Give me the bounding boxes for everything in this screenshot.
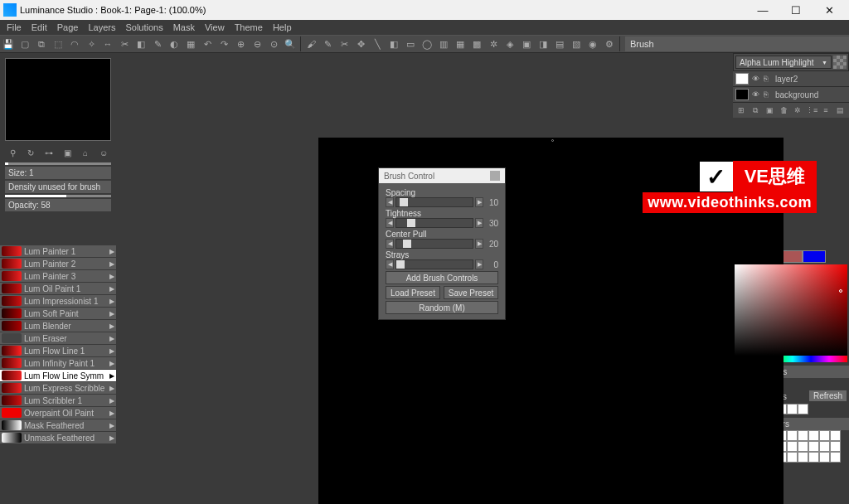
picker-icon[interactable]: ✎ — [320, 36, 335, 51]
close-button[interactable]: ✕ — [813, 0, 846, 20]
brush-preset-item[interactable]: Lum Blender▶ — [0, 320, 116, 332]
slider-track[interactable] — [395, 218, 473, 228]
merge-layer-icon[interactable]: ▣ — [764, 105, 774, 115]
image-color-swatch[interactable] — [798, 404, 808, 414]
fx-icon[interactable]: ◈ — [502, 36, 517, 51]
hue-segment[interactable] — [829, 356, 847, 362]
zoom-out-icon[interactable]: ⊖ — [250, 36, 264, 51]
brush-preset-item[interactable]: Lum Eraser▶ — [0, 332, 116, 345]
layer-opt3-icon[interactable]: ▤ — [835, 105, 845, 115]
custom-color-swatch[interactable] — [830, 441, 841, 452]
shape1-icon[interactable]: ▥ — [436, 36, 451, 51]
custom-color-swatch[interactable] — [819, 430, 830, 441]
home-icon[interactable]: ⌂ — [79, 146, 92, 159]
random-button[interactable]: Random (M) — [386, 301, 498, 314]
slider-increment-icon[interactable]: ▶ — [475, 218, 483, 228]
load-preset-button[interactable]: Load Preset — [386, 286, 440, 299]
layer-row[interactable]: 👁⎘background — [733, 87, 849, 103]
menu-mask[interactable]: Mask — [168, 21, 200, 34]
wand-icon[interactable]: ✧ — [84, 36, 99, 51]
grad-icon[interactable]: ◨ — [536, 36, 551, 51]
link-icon[interactable]: ⊶ — [42, 146, 56, 159]
zoom-fit-icon[interactable]: ⊙ — [266, 36, 281, 51]
menu-view[interactable]: View — [200, 21, 230, 34]
smudge-icon[interactable]: ◉ — [585, 36, 600, 51]
custom-color-swatch[interactable] — [798, 452, 808, 463]
fill-icon[interactable]: ◧ — [133, 36, 148, 51]
picker-handle-icon[interactable] — [839, 289, 842, 293]
eraser-icon[interactable]: ◧ — [386, 36, 401, 51]
mask-icon[interactable]: ▣ — [61, 146, 74, 159]
custom-color-swatch[interactable] — [798, 441, 808, 452]
color-gradient-picker[interactable] — [735, 264, 847, 356]
brush-preset-item[interactable]: Lum Soft Paint▶ — [0, 308, 116, 320]
save-preset-button[interactable]: Save Preset — [444, 286, 498, 299]
zoom-in-icon[interactable]: ⊕ — [233, 36, 248, 51]
slider-track[interactable] — [395, 197, 473, 207]
move-icon[interactable]: ↔ — [100, 36, 115, 51]
zoom-tool-icon[interactable]: ⚲ — [6, 146, 19, 159]
refresh-icon[interactable]: ↻ — [24, 146, 37, 159]
text-icon[interactable]: ▤ — [552, 36, 567, 51]
menu-theme[interactable]: Theme — [230, 21, 268, 34]
layer-row[interactable]: 👁⎘layer2 — [733, 71, 849, 87]
brush-control-title[interactable]: Brush Control — [379, 168, 505, 183]
layer-fx-icon[interactable]: ✲ — [793, 105, 803, 115]
menu-page[interactable]: Page — [52, 21, 84, 34]
menu-help[interactable]: Help — [268, 21, 297, 34]
eyedrop-icon[interactable]: ✎ — [150, 36, 165, 51]
slider-thumb[interactable] — [400, 198, 408, 206]
line-icon[interactable]: ╲ — [370, 36, 385, 51]
brush-preset-item[interactable]: Lum Painter 3▶ — [0, 270, 116, 283]
color-swatch[interactable] — [803, 250, 826, 263]
lasso-icon[interactable]: ◠ — [67, 36, 82, 51]
paint-icon[interactable]: ◐ — [167, 36, 182, 51]
magnify-icon[interactable]: 🔍 — [283, 36, 298, 51]
hue-segment[interactable] — [793, 356, 811, 362]
brush-preset-item[interactable]: Lum Express Scribble▶ — [0, 382, 116, 395]
panel-close-icon[interactable] — [490, 171, 500, 181]
shape2-icon[interactable]: ▦ — [453, 36, 468, 51]
dup-layer-icon[interactable]: ⧉ — [750, 105, 760, 115]
add-brush-controls-button[interactable]: Add Brush Controls — [386, 271, 498, 284]
custom-color-swatch[interactable] — [787, 452, 798, 463]
cut-icon[interactable]: ✂ — [117, 36, 132, 51]
gear-icon[interactable]: ✲ — [486, 36, 501, 51]
rotation-handle-icon[interactable] — [551, 139, 554, 142]
blend-mode-dropdown[interactable]: Alpha Lum Highlight ▼ — [735, 56, 832, 69]
new-page-icon[interactable]: ▢ — [17, 36, 32, 51]
canvas[interactable]: ✓ VE思维 www.videothinks.com Brush Control… — [318, 138, 784, 504]
ellipse-icon[interactable]: ◯ — [420, 36, 434, 51]
brush-preset-item[interactable]: Lum Painter 1▶ — [0, 245, 116, 258]
opacity-slider[interactable] — [5, 195, 111, 197]
slider-decrement-icon[interactable]: ◀ — [386, 239, 394, 249]
custom-color-swatch[interactable] — [787, 430, 798, 441]
brush-preset-item[interactable]: Mask Feathered▶ — [0, 419, 116, 432]
refresh-button[interactable]: Refresh — [808, 390, 847, 402]
eye-icon[interactable]: 👁 — [752, 90, 760, 99]
custom-color-swatch[interactable] — [787, 441, 798, 452]
slider-decrement-icon[interactable]: ◀ — [386, 218, 394, 228]
eye-icon[interactable]: 👁 — [752, 75, 760, 83]
brush-preset-item[interactable]: Lum Flow Line Symm▶ — [0, 370, 116, 382]
canvas-preview[interactable] — [5, 58, 111, 141]
custom-color-swatch[interactable] — [819, 452, 830, 463]
custom-color-swatch[interactable] — [808, 441, 819, 452]
redo-icon[interactable]: ↷ — [216, 36, 231, 51]
image-color-swatch[interactable] — [787, 404, 798, 414]
brush-control-panel[interactable]: Brush Control Spacing◀▶10Tightness◀▶30Ce… — [378, 167, 506, 320]
custom-color-swatch[interactable] — [798, 430, 808, 441]
brush-preset-item[interactable]: Overpaint Oil Paint▶ — [0, 407, 116, 419]
hue-segment[interactable] — [811, 356, 829, 362]
slider-thumb[interactable] — [403, 240, 411, 248]
slider-decrement-icon[interactable]: ◀ — [386, 259, 394, 269]
size-slider[interactable] — [5, 162, 111, 165]
slider-thumb[interactable] — [396, 260, 405, 269]
slider-track[interactable] — [395, 239, 473, 249]
selection-icon[interactable]: ⬚ — [51, 36, 65, 51]
slider-increment-icon[interactable]: ▶ — [475, 197, 483, 207]
maximize-button[interactable]: ☐ — [779, 0, 813, 20]
custom-color-swatch[interactable] — [830, 452, 841, 463]
stamp-icon[interactable]: ▧ — [569, 36, 584, 51]
brush-preset-item[interactable]: Lum Infinity Paint 1▶ — [0, 357, 116, 370]
